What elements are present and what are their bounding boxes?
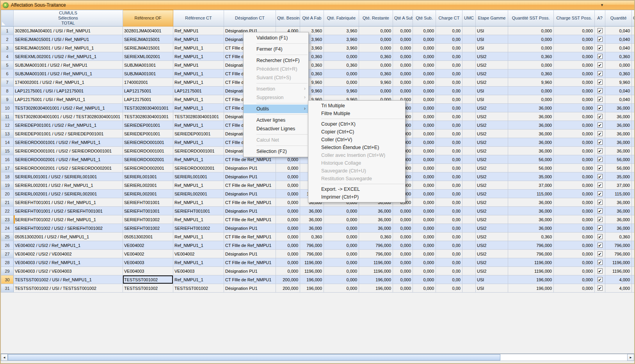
grid-cell[interactable]: CT FIlle de Ref_NMPU1	[224, 233, 276, 241]
menu-item-coller-ctrl-v[interactable]: Coller (Ctrl+V)	[308, 136, 405, 144]
scroll-right-button[interactable]: ►	[627, 354, 634, 361]
grid-cell[interactable]: ✔	[595, 155, 605, 164]
grid-cell[interactable]: 0,000	[554, 69, 595, 78]
checkbox[interactable]: ✔	[598, 140, 603, 145]
grid-cell[interactable]: 196,000	[300, 284, 324, 293]
grid-cell[interactable]: Ref_NMPU1_1	[173, 52, 224, 61]
grid-cell[interactable]: 0,000	[276, 164, 300, 172]
grid-cell[interactable]: 0,000	[508, 44, 554, 52]
grid-cell[interactable]	[462, 172, 476, 181]
grid-cell[interactable]: 0,360	[508, 52, 554, 61]
grid-cell[interactable]: Désignation PU1	[224, 224, 276, 233]
grid-cell[interactable]: Ref_NMPU1_1	[173, 241, 224, 250]
grid-cell[interactable]: ✔	[595, 172, 605, 181]
grid-cell[interactable]: 0,000	[324, 52, 359, 61]
grid-cell[interactable]: 0,00	[436, 121, 462, 130]
scrollbar-track[interactable]	[8, 354, 627, 361]
grid-cell[interactable]	[632, 147, 635, 155]
row-number[interactable]: 25	[1, 233, 14, 241]
grid-cell[interactable]: 0,040	[605, 87, 632, 95]
grid-cell[interactable]: 0,000	[393, 258, 413, 267]
grid-cell[interactable]: 0,360	[605, 233, 632, 241]
grid-cell[interactable]: SERIEFHT001002 / USI2 / SERIEFHT001002	[14, 224, 123, 233]
grid-cell[interactable]: SERIERL002001	[123, 181, 173, 190]
grid-cell[interactable]: 0,000	[276, 233, 300, 241]
grid-cell[interactable]: 0,000	[554, 27, 595, 35]
grid-cell[interactable]: SERIEFHT001001	[173, 207, 224, 215]
grid-cell[interactable]: 0,000	[554, 121, 595, 130]
grid-cell[interactable]: 0,360	[359, 233, 393, 241]
grid-cell[interactable]: 0,000	[413, 241, 436, 250]
grid-cell[interactable]: CT FIlle de Ref_NMPU1	[224, 275, 276, 284]
grid-cell[interactable]: 0,000	[276, 181, 300, 190]
grid-cell[interactable]: 56,000	[605, 164, 632, 172]
grid-cell[interactable]: VE004002 / USI2 / VE004002	[14, 250, 123, 258]
checkbox[interactable]: ✔	[598, 80, 603, 85]
grid-cell[interactable]: 0,00	[436, 275, 462, 284]
grid-cell[interactable]: SERIERL002001 / USI2 / Ref_NMPU1_1	[14, 181, 123, 190]
grid-cell[interactable]: 0,360	[605, 69, 632, 78]
grid-cell[interactable]	[462, 207, 476, 215]
grid-cell[interactable]: 36,000	[508, 130, 554, 138]
checkbox[interactable]: ✔	[598, 71, 603, 76]
grid-cell[interactable]: 796,000	[359, 241, 393, 250]
grid-cell[interactable]: SERIEDEP001001	[123, 130, 173, 138]
grid-cell[interactable]: 0,000	[554, 44, 595, 52]
grid-cell[interactable]: 36,000	[359, 207, 393, 215]
checkbox[interactable]: ✔	[598, 97, 603, 102]
grid-cell[interactable]: Ref_NMPU1_1	[173, 95, 224, 104]
menu-item-rechercher-ctrl-f[interactable]: Rechercher (Ctrl+F)	[244, 56, 308, 65]
grid-cell[interactable]: 0,000	[393, 52, 413, 61]
grid-cell[interactable]	[462, 190, 476, 198]
grid-cell[interactable]: 3,960	[324, 44, 359, 52]
menu-item-validation-f1[interactable]: Validation (F1)	[244, 34, 308, 42]
column-header-qt-sub[interactable]: Qté Sub.	[413, 10, 436, 27]
grid-cell[interactable]: SERIEFHT001002	[123, 215, 173, 224]
grid-cell[interactable]: 0,000	[393, 215, 413, 224]
grid-cell[interactable]: Désignation PU1	[224, 284, 276, 293]
grid-cell[interactable]: 0,00	[436, 207, 462, 215]
grid-cell[interactable]: 0,000	[554, 172, 595, 181]
grid-cell[interactable]: 0,000	[276, 258, 300, 267]
grid-cell[interactable]: 1196,000	[300, 258, 324, 267]
grid-cell[interactable]: SUBJMA001001	[123, 69, 173, 78]
grid-cell[interactable]: 0,000	[413, 198, 436, 207]
grid-cell[interactable]	[632, 215, 635, 224]
grid-cell[interactable]: Désignation PU1	[224, 207, 276, 215]
grid-cell[interactable]: 0,000	[393, 69, 413, 78]
grid-cell[interactable]: 0,000	[359, 44, 393, 52]
grid-cell[interactable]: SERIEORDO001001	[123, 138, 173, 147]
grid-cell[interactable]: 36,000	[605, 112, 632, 121]
grid-cell[interactable]: 0,000	[413, 61, 436, 69]
grid-cell[interactable]: 0,000	[413, 44, 436, 52]
grid-cell[interactable]	[462, 241, 476, 250]
grid-cell[interactable]: 050513002001 / USI2 / Ref_NMPU1_1	[14, 233, 123, 241]
grid-cell[interactable]: USI2	[476, 207, 508, 215]
grid-cell[interactable]: 0,000	[605, 61, 632, 69]
grid-cell[interactable]	[462, 155, 476, 164]
scroll-left-button[interactable]: ◄	[1, 354, 8, 361]
grid-cell[interactable]: 35,000	[508, 172, 554, 181]
grid-cell[interactable]: 0,00	[436, 95, 462, 104]
grid-cell[interactable]: USI2	[476, 190, 508, 198]
grid-cell[interactable]	[632, 155, 635, 164]
grid-cell[interactable]: CT FIlle de Ref_NMPU1	[224, 198, 276, 207]
grid-cell[interactable]: 196,000	[508, 275, 554, 284]
menu-item-filtre-multiple[interactable]: Filtre Multiple	[308, 110, 405, 117]
column-header-charge-sst-poss[interactable]: Charge SST Poss.	[554, 10, 595, 27]
grid-cell[interactable]: 0,00	[436, 198, 462, 207]
grid-cell[interactable]	[632, 121, 635, 130]
checkbox[interactable]: ✔	[598, 157, 603, 162]
grid-cell[interactable]: 0,000	[508, 35, 554, 44]
grid-cell[interactable]: ✔	[595, 138, 605, 147]
grid-cell[interactable]: 3,960	[324, 27, 359, 35]
grid-cell[interactable]: USI	[476, 284, 508, 293]
grid-cell[interactable]: 0,000	[393, 35, 413, 44]
grid-cell[interactable]: 0,000	[554, 104, 595, 112]
grid-cell[interactable]: 0,000	[554, 275, 595, 284]
grid-cell[interactable]: 0,000	[393, 267, 413, 275]
grid-cell[interactable]: 36,000	[508, 198, 554, 207]
grid-cell[interactable]: 56,000	[508, 164, 554, 172]
grid-cell[interactable]: 0,000	[413, 78, 436, 87]
grid-cell[interactable]: SERIEORDO002001	[123, 155, 173, 164]
